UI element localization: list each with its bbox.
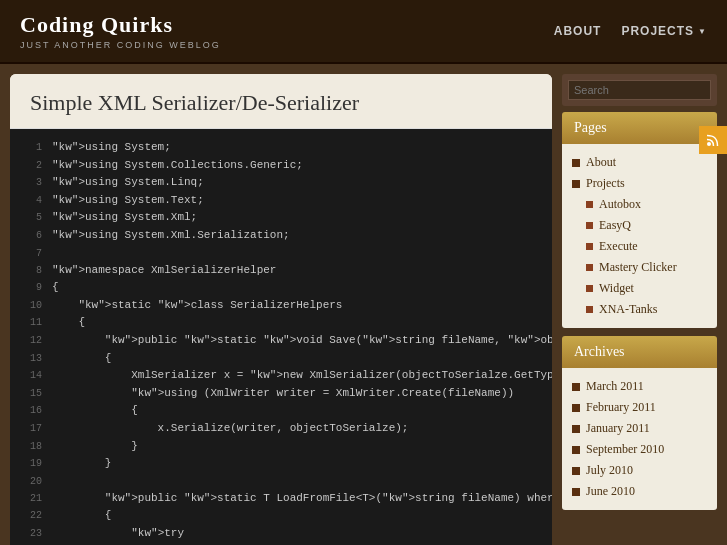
pages-item-label: Mastery Clicker: [599, 260, 677, 275]
line-content: "kw">using System;: [52, 139, 171, 157]
bullet-icon: [586, 285, 593, 292]
code-line: 17 x.Serialize(writer, objectToSerialze)…: [10, 420, 552, 438]
archive-item-label: June 2010: [586, 484, 635, 499]
line-number: 19: [18, 455, 42, 472]
pages-item-label: XNA-Tanks: [599, 302, 657, 317]
bullet-icon: [586, 222, 593, 229]
code-line: 4"kw">using System.Text;: [10, 192, 552, 210]
code-line: 21 "kw">public "kw">static T LoadFromFil…: [10, 490, 552, 508]
line-content: x.Serialize(writer, objectToSerialze);: [52, 420, 408, 438]
pages-item-label: Projects: [586, 176, 625, 191]
code-line: 19 }: [10, 455, 552, 473]
line-content: "kw">using System.Collections.Generic;: [52, 157, 303, 175]
line-number: 13: [18, 350, 42, 367]
pages-item-label: Autobox: [599, 197, 641, 212]
line-number: 3: [18, 174, 42, 191]
line-number: 22: [18, 507, 42, 524]
rss-icon[interactable]: [699, 126, 727, 154]
line-number: 23: [18, 525, 42, 542]
bullet-icon: [586, 306, 593, 313]
line-number: 21: [18, 490, 42, 507]
bullet-icon: [572, 425, 580, 433]
archive-list-item[interactable]: July 2010: [572, 460, 707, 481]
pages-list-item[interactable]: EasyQ: [572, 215, 707, 236]
site-subtitle: Just Another Coding Weblog: [20, 40, 221, 50]
pages-list-item[interactable]: About: [572, 152, 707, 173]
archive-item-label: September 2010: [586, 442, 664, 457]
line-content: {: [52, 507, 111, 525]
code-line: 12 "kw">public "kw">static "kw">void Sav…: [10, 332, 552, 350]
line-number: 18: [18, 438, 42, 455]
pages-list-item[interactable]: Mastery Clicker: [572, 257, 707, 278]
line-number: 12: [18, 332, 42, 349]
line-content: {: [52, 402, 138, 420]
code-line: 7: [10, 245, 552, 262]
line-content: }: [52, 438, 138, 456]
archive-item-label: July 2010: [586, 463, 633, 478]
pages-list-item[interactable]: Autobox: [572, 194, 707, 215]
line-content: {: [52, 314, 85, 332]
nav-about[interactable]: About: [554, 24, 602, 38]
archives-widget: Archives March 2011February 2011January …: [562, 336, 717, 510]
pages-item-label: Widget: [599, 281, 634, 296]
main-nav: About Projects ▼: [554, 24, 707, 38]
code-line: 13 {: [10, 350, 552, 368]
archives-list: March 2011February 2011January 2011Septe…: [562, 368, 717, 510]
archive-list-item[interactable]: March 2011: [572, 376, 707, 397]
line-content: {: [52, 279, 59, 297]
line-number: 15: [18, 385, 42, 402]
line-number: 2: [18, 157, 42, 174]
content-area: Simple XML Serializer/De-Serializer 1"kw…: [10, 74, 717, 545]
code-line: 5"kw">using System.Xml;: [10, 209, 552, 227]
article-header: Simple XML Serializer/De-Serializer: [10, 74, 552, 129]
line-content: "kw">public "kw">static T LoadFromFile<T…: [52, 490, 552, 508]
line-number: 5: [18, 209, 42, 226]
line-content: "kw">using (XmlWriter writer = XmlWriter…: [52, 385, 514, 403]
code-line: 15 "kw">using (XmlWriter writer = XmlWri…: [10, 385, 552, 403]
sidebar: Pages AboutProjectsAutoboxEasyQExecuteMa…: [562, 74, 717, 545]
archive-item-label: March 2011: [586, 379, 644, 394]
site-title: Coding Quirks: [20, 12, 221, 38]
code-line: 22 {: [10, 507, 552, 525]
line-number: 8: [18, 262, 42, 279]
line-number: 7: [18, 245, 42, 262]
line-content: "kw">using System.Linq;: [52, 174, 204, 192]
archive-list-item[interactable]: January 2011: [572, 418, 707, 439]
code-line: 10 "kw">static "kw">class SerializerHelp…: [10, 297, 552, 315]
search-area: [562, 74, 717, 106]
code-line: 20: [10, 473, 552, 490]
pages-list-item[interactable]: Execute: [572, 236, 707, 257]
archive-item-label: January 2011: [586, 421, 650, 436]
line-content: "kw">public "kw">static "kw">void Save("…: [52, 332, 552, 350]
code-line: 14 XmlSerializer x = "kw">new XmlSeriali…: [10, 367, 552, 385]
nav-projects[interactable]: Projects ▼: [621, 24, 707, 38]
line-number: 17: [18, 420, 42, 437]
code-line: 6"kw">using System.Xml.Serialization;: [10, 227, 552, 245]
pages-title: Pages: [562, 112, 717, 144]
bullet-icon: [586, 243, 593, 250]
archive-list-item[interactable]: September 2010: [572, 439, 707, 460]
line-number: 9: [18, 279, 42, 296]
code-line: 1"kw">using System;: [10, 139, 552, 157]
bullet-icon: [572, 404, 580, 412]
line-content: "kw">using System.Text;: [52, 192, 204, 210]
line-number: 11: [18, 314, 42, 331]
code-line: 18 }: [10, 438, 552, 456]
bullet-icon: [586, 264, 593, 271]
code-line: 8"kw">namespace XmlSerializerHelper: [10, 262, 552, 280]
page-wrapper: Simple XML Serializer/De-Serializer 1"kw…: [0, 64, 727, 545]
line-number: 16: [18, 402, 42, 419]
line-number: 6: [18, 227, 42, 244]
line-number: 14: [18, 367, 42, 384]
line-number: 10: [18, 297, 42, 314]
bullet-icon: [572, 488, 580, 496]
pages-list-item[interactable]: Widget: [572, 278, 707, 299]
bullet-icon: [586, 201, 593, 208]
code-line: 16 {: [10, 402, 552, 420]
pages-list-item[interactable]: Projects: [572, 173, 707, 194]
archive-list-item[interactable]: June 2010: [572, 481, 707, 502]
archive-list-item[interactable]: February 2011: [572, 397, 707, 418]
main-content: Simple XML Serializer/De-Serializer 1"kw…: [10, 74, 552, 545]
pages-list-item[interactable]: XNA-Tanks: [572, 299, 707, 320]
search-input[interactable]: [568, 80, 711, 100]
